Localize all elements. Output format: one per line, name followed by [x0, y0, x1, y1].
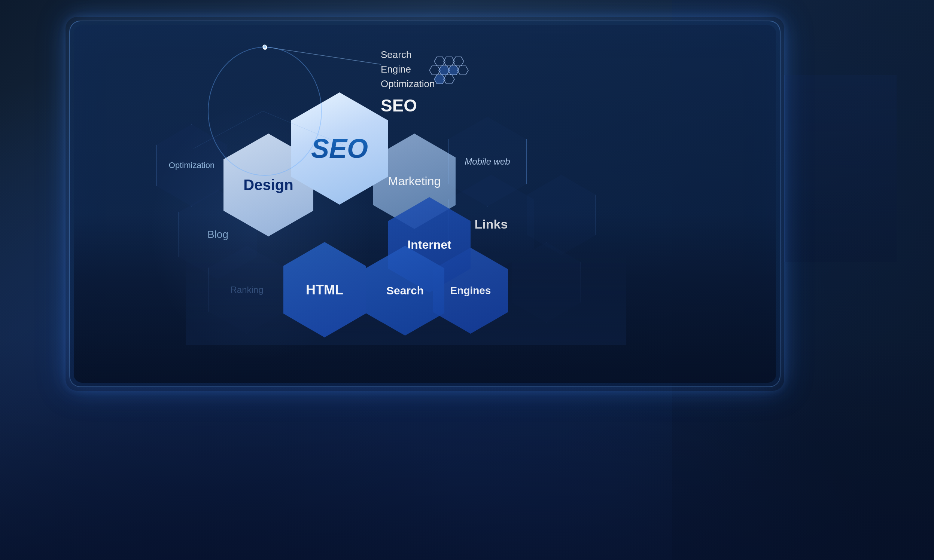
internet-label: Internet: [407, 238, 451, 252]
main-scene: SearchEngineOptimizationSEO: [0, 0, 934, 560]
search-label: Search: [386, 284, 424, 297]
seo-label-hex: SEO: [311, 133, 368, 164]
marketing-label: Marketing: [388, 174, 441, 188]
seo-ring-dot: [263, 45, 267, 50]
html-label: HTML: [306, 282, 343, 298]
design-label: Design: [244, 177, 293, 194]
tablet-device: SearchEngineOptimizationSEO: [69, 21, 780, 387]
engines-label: Engines: [450, 285, 491, 297]
seo-ring: [208, 47, 322, 176]
tablet-screen: SearchEngineOptimizationSEO: [74, 25, 776, 383]
seo-line1: Search: [381, 48, 435, 62]
